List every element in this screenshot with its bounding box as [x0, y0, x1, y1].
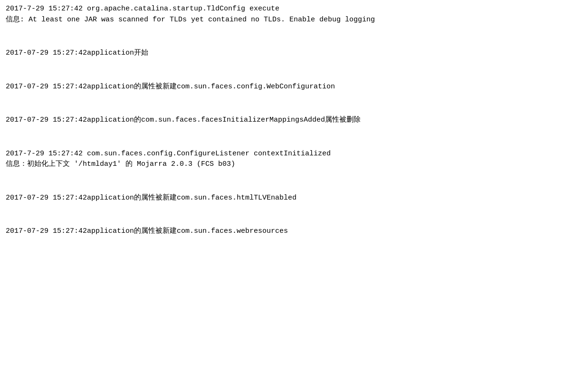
log-line: 信息: At least one JAR was scanned for TLD…: [6, 15, 568, 26]
log-line: 2017-07-29 15:27:42application开始: [6, 48, 568, 59]
log-entry-2: 2017-07-29 15:27:42application开始: [6, 48, 568, 59]
log-spacer: [6, 182, 568, 193]
log-spacer: [6, 104, 568, 115]
log-spacer: [6, 215, 568, 226]
log-line: 2017-7-29 15:27:42 org.apache.catalina.s…: [6, 4, 568, 15]
log-spacer: [6, 137, 568, 149]
log-line: 2017-07-29 15:27:42application的属性被新建com.…: [6, 226, 568, 237]
log-entry-6: 2017-07-29 15:27:42application的属性被新建com.…: [6, 193, 568, 204]
log-line: 2017-07-29 15:27:42application的com.sun.f…: [6, 115, 568, 126]
log-line: 2017-07-29 15:27:42application的属性被新建com.…: [6, 193, 568, 204]
log-container: 2017-7-29 15:27:42 org.apache.catalina.s…: [6, 4, 568, 237]
log-line: 2017-7-29 15:27:42 com.sun.faces.config.…: [6, 149, 568, 160]
log-entry-4: 2017-07-29 15:27:42application的com.sun.f…: [6, 115, 568, 126]
log-spacer: [6, 70, 568, 82]
log-entry-5: 2017-7-29 15:27:42 com.sun.faces.config.…: [6, 149, 568, 170]
log-entry-1: 2017-7-29 15:27:42 org.apache.catalina.s…: [6, 4, 568, 25]
log-line: 2017-07-29 15:27:42application的属性被新建com.…: [6, 82, 568, 93]
log-line: 信息：初始化上下文 '/htmlday1' 的 Mojarra 2.0.3 (F…: [6, 159, 568, 170]
log-spacer: [6, 37, 568, 48]
log-entry-7: 2017-07-29 15:27:42application的属性被新建com.…: [6, 226, 568, 237]
log-entry-3: 2017-07-29 15:27:42application的属性被新建com.…: [6, 82, 568, 93]
